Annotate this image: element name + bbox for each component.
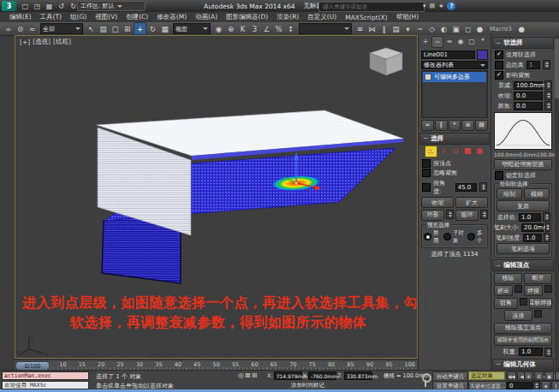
- add-time-tag[interactable]: 添加时间标记: [291, 382, 324, 389]
- weight-spinner[interactable]: [544, 347, 552, 357]
- open-file-icon[interactable]: ◳: [33, 2, 42, 10]
- perspective-viewport[interactable]: [+] [透视] [线框]: [15, 35, 418, 359]
- menu-item[interactable]: 自定义(U): [303, 13, 341, 21]
- align-icon[interactable]: ∥: [378, 23, 390, 34]
- preview-off-radio[interactable]: [424, 233, 431, 241]
- shrink-button[interactable]: 收缩: [421, 197, 454, 208]
- zoom-extents-all-icon[interactable]: ⊡: [555, 371, 559, 381]
- tab-motion[interactable]: ◉: [455, 36, 466, 46]
- keyboard-override-toggle-icon[interactable]: K: [237, 23, 248, 34]
- named-selection-sets-dropdown[interactable]: [299, 23, 352, 34]
- menu-item[interactable]: 组(G): [66, 13, 91, 21]
- rollout-soft-selection-header[interactable]: 软选择: [492, 37, 554, 49]
- select-and-scale-icon[interactable]: ▦: [159, 23, 170, 34]
- tab-create[interactable]: +: [420, 36, 431, 46]
- modifier-list-dropdown[interactable]: 修改器列表: [421, 61, 488, 69]
- edge-distance-field[interactable]: 1: [526, 61, 540, 69]
- lock-selection-icon[interactable]: ⊠: [245, 371, 251, 379]
- object-color-swatch[interactable]: [477, 50, 488, 60]
- by-angle-field[interactable]: 45.0: [455, 183, 477, 192]
- paint-button[interactable]: 绘制: [497, 188, 522, 199]
- use-soft-selection-checkbox[interactable]: [495, 50, 503, 59]
- zoom-icon[interactable]: ⊕: [524, 371, 533, 381]
- set-keys-key-icon[interactable]: [421, 373, 429, 387]
- select-and-manipulate-icon[interactable]: ⊕: [225, 23, 236, 34]
- brush-strength-spinner[interactable]: [544, 233, 550, 242]
- loop-spinner[interactable]: [480, 210, 488, 219]
- remove-isolated-vertices-button[interactable]: 移除孤立顶点: [494, 323, 552, 334]
- zoom-extents-icon[interactable]: ▣: [544, 371, 554, 381]
- menu-item[interactable]: 创建(C): [122, 13, 152, 21]
- show-end-result-icon[interactable]: ∥: [435, 120, 448, 131]
- pin-stack-icon[interactable]: ≍: [421, 120, 434, 131]
- go-to-start-icon[interactable]: ◀◀: [507, 371, 516, 381]
- extrude-button[interactable]: 挤出: [494, 285, 513, 296]
- bubble-spinner[interactable]: [544, 101, 552, 110]
- brush-size-field[interactable]: 20.0mm: [521, 223, 544, 232]
- angle-snap-toggle-icon[interactable]: ∠: [261, 23, 272, 34]
- brush-size-spinner[interactable]: [545, 223, 550, 232]
- absolute-relative-coords-icon[interactable]: ⊞: [252, 371, 258, 379]
- x-coord-field[interactable]: 714.979mm: [274, 371, 302, 380]
- element-mode-icon[interactable]: ▣: [474, 146, 485, 156]
- new-scene-icon[interactable]: □: [21, 2, 30, 10]
- edge-mode-icon[interactable]: ∕: [438, 146, 449, 156]
- edge-distance-spinner[interactable]: [543, 60, 550, 69]
- menu-item[interactable]: 视图(V): [91, 13, 122, 21]
- extrude-settings-button[interactable]: [514, 285, 522, 293]
- 3dsmax-logo-icon[interactable]: 3: [2, 1, 16, 11]
- rendered-frame-window-icon[interactable]: ◻: [462, 23, 473, 34]
- menu-item[interactable]: 工具(T): [36, 13, 66, 21]
- maxscript-mini-listener-macro[interactable]: actionMan.exec: [2, 371, 89, 380]
- preview-multi-radio[interactable]: [467, 233, 475, 241]
- object-name-field[interactable]: Line001: [421, 50, 475, 59]
- spinner-snap-toggle-icon[interactable]: ↕: [285, 23, 296, 34]
- material-editor-icon[interactable]: ◐: [438, 23, 449, 34]
- maxscript-mini-listener[interactable]: 欢迎使用 MAXSc: [2, 381, 89, 389]
- tab-display[interactable]: ▢: [467, 36, 477, 46]
- ignore-backfacing-checkbox[interactable]: [422, 169, 431, 177]
- remove-unused-map-verts-button[interactable]: 移除未使用的贴图顶点: [494, 335, 552, 346]
- menu-item[interactable]: 修改器(M): [152, 13, 191, 21]
- weight-field[interactable]: 1.0: [519, 347, 543, 356]
- menu-item[interactable]: MAXScript(X): [341, 14, 391, 21]
- weld-settings-button[interactable]: [544, 285, 552, 293]
- render-setup-icon[interactable]: ▣: [450, 23, 461, 34]
- unlink-selection-icon[interactable]: ⊘: [15, 23, 26, 34]
- modifier-stack[interactable]: 可编辑多边形: [421, 70, 488, 118]
- isolate-selection-icon[interactable]: ◎: [238, 371, 244, 379]
- select-by-name-icon[interactable]: ▤: [98, 23, 109, 34]
- pinch-spinner[interactable]: [544, 91, 552, 100]
- curve-editor-icon[interactable]: ~: [414, 23, 425, 34]
- chamfer-settings-button[interactable]: [520, 298, 527, 306]
- select-and-rotate-icon[interactable]: ↻: [147, 23, 158, 34]
- use-pivot-point-center-icon[interactable]: ◉: [213, 23, 224, 34]
- polygon-mode-icon[interactable]: ■: [462, 146, 473, 156]
- brush-strength-field[interactable]: 1.0: [523, 234, 542, 242]
- remove-button[interactable]: 移除: [494, 273, 522, 284]
- preview-subobj-radio[interactable]: [443, 233, 451, 241]
- current-frame-field[interactable]: 0: [507, 382, 532, 389]
- layer-manager-icon[interactable]: ▤: [390, 23, 401, 34]
- workspace-dropdown[interactable]: 工作区: 默认: [77, 1, 146, 11]
- falloff-field[interactable]: 100.0mm: [514, 81, 543, 90]
- viewcube[interactable]: [370, 48, 402, 75]
- falloff-spinner[interactable]: [544, 80, 552, 90]
- edge-distance-checkbox[interactable]: [495, 61, 503, 69]
- save-file-icon[interactable]: ▦: [45, 2, 54, 10]
- weld-button[interactable]: 焊接: [524, 285, 543, 296]
- connect-button[interactable]: 连接: [504, 310, 532, 321]
- grow-button[interactable]: 扩大: [455, 197, 488, 208]
- vertex-mode-icon[interactable]: ∴: [425, 146, 437, 157]
- render-production-icon[interactable]: ●: [474, 23, 485, 34]
- reference-coordinate-dropdown[interactable]: 视图: [173, 23, 211, 34]
- by-angle-checkbox[interactable]: [422, 183, 431, 192]
- undo-icon[interactable]: ↺: [56, 2, 66, 10]
- tab-modify[interactable]: ~: [431, 36, 443, 48]
- menu-item[interactable]: 渲染(R): [272, 13, 303, 21]
- menu-item[interactable]: 编辑(E): [5, 13, 36, 21]
- by-angle-spinner[interactable]: [479, 182, 487, 192]
- help-icon[interactable]: ?: [447, 2, 455, 10]
- rollout-edit-geometry-header[interactable]: 编辑几何体: [492, 359, 554, 371]
- connect-settings-button[interactable]: [534, 310, 542, 318]
